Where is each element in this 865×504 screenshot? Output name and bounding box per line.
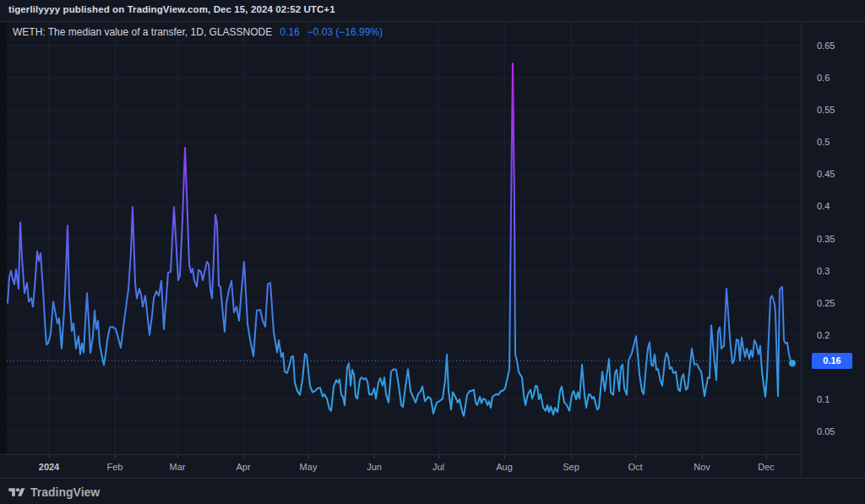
price-tick-label: 0.5 (817, 137, 830, 147)
time-tick-mark (571, 455, 572, 458)
time-tick-label: Oct (628, 462, 642, 472)
time-tick-label: Feb (107, 462, 123, 472)
price-tick-label: 0.65 (817, 41, 835, 51)
time-tick-label: Aug (496, 462, 513, 472)
price-tick-label: 0.3 (817, 266, 830, 276)
time-tick-label: Mar (170, 462, 186, 472)
last-point-marker (789, 360, 796, 366)
current-price-badge: 0.16 (812, 353, 852, 369)
time-tick-mark (308, 455, 309, 458)
time-tick-mark (702, 455, 703, 458)
time-tick-label: Jun (367, 462, 382, 472)
price-tick-label: 0.05 (817, 426, 835, 436)
tradingview-17-mark-icon (8, 486, 25, 499)
tradingview-snapshot: tigerlilyyyy published on TradingView.co… (0, 0, 865, 504)
time-tick-label: Dec (758, 462, 775, 472)
time-scale[interactable]: 2024FebMarAprMayJunJulAugSepOctNovDec (0, 454, 801, 478)
price-tick-label: 0.35 (817, 234, 835, 244)
time-tick-mark (49, 455, 50, 458)
price-tick-label: 0.25 (817, 298, 835, 308)
time-tick-label: Nov (694, 462, 710, 472)
time-tick-mark (504, 455, 505, 458)
price-tick-label: 0.55 (817, 105, 835, 115)
series-title: WETH: The median value of a transfer, 1D… (13, 26, 272, 38)
time-tick-mark (177, 455, 178, 458)
price-tick-label: 0.45 (817, 169, 835, 179)
time-tick-mark (374, 455, 375, 458)
chart-pane[interactable] (0, 0, 865, 504)
price-scale[interactable]: 0.16 0.650.60.550.50.450.40.350.30.250.2… (801, 22, 865, 478)
time-tick-label: May (300, 462, 318, 472)
time-tick-label: 2024 (39, 462, 59, 472)
series-line (8, 63, 792, 416)
time-tick-label: Jul (432, 462, 444, 472)
price-tick-label: 0.4 (817, 201, 830, 211)
series-last-value: 0.16 (280, 26, 299, 38)
time-tick-label: Apr (236, 462, 250, 472)
footer-bar: TradingView (0, 478, 865, 504)
price-tick-label: 0.6 (817, 73, 830, 83)
price-tick-label: 0.2 (817, 330, 830, 340)
time-tick-mark (438, 455, 439, 458)
tradingview-logo-link[interactable]: TradingView (8, 485, 100, 499)
time-tick-label: Sep (563, 462, 579, 472)
left-gutter (0, 22, 7, 478)
price-tick-label: 0.1 (817, 394, 830, 404)
time-tick-mark (243, 455, 244, 458)
time-tick-mark (115, 455, 116, 458)
time-tick-mark (766, 455, 767, 458)
series-change: −0.03 (−16.99%) (307, 26, 383, 38)
time-tick-mark (635, 455, 636, 458)
tradingview-brand-text: TradingView (30, 485, 100, 499)
series-legend[interactable]: WETH: The median value of a transfer, 1D… (13, 26, 383, 38)
